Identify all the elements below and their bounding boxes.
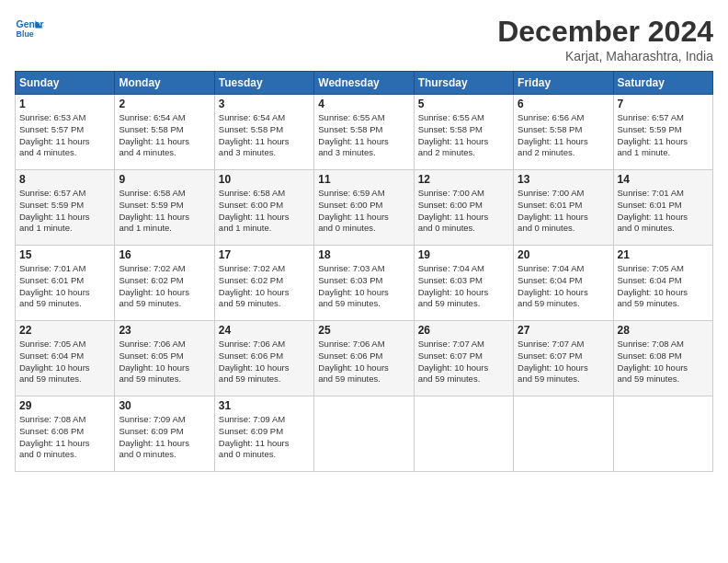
day-number: 13 <box>518 173 609 186</box>
calendar-week-row: 1Sunrise: 6:53 AM Sunset: 5:57 PM Daylig… <box>16 95 713 170</box>
day-info: Sunrise: 6:54 AM Sunset: 5:58 PM Dayligh… <box>119 112 210 159</box>
day-info: Sunrise: 7:03 AM Sunset: 6:03 PM Dayligh… <box>318 263 409 310</box>
day-info: Sunrise: 7:02 AM Sunset: 6:02 PM Dayligh… <box>119 263 210 310</box>
day-info: Sunrise: 7:08 AM Sunset: 6:08 PM Dayligh… <box>618 339 709 385</box>
day-info: Sunrise: 7:00 AM Sunset: 6:00 PM Dayligh… <box>418 188 509 235</box>
calendar-cell: 29Sunrise: 7:08 AM Sunset: 6:08 PM Dayli… <box>16 396 115 472</box>
day-info: Sunrise: 6:58 AM Sunset: 5:59 PM Dayligh… <box>119 188 210 235</box>
month-title: December 2024 <box>497 15 713 49</box>
svg-text:Blue: Blue <box>17 29 34 39</box>
title-block: December 2024 Karjat, Maharashtra, India <box>497 15 713 63</box>
day-info: Sunrise: 7:01 AM Sunset: 6:01 PM Dayligh… <box>19 263 110 310</box>
day-number: 22 <box>19 324 110 337</box>
day-info: Sunrise: 6:55 AM Sunset: 5:58 PM Dayligh… <box>318 112 409 159</box>
day-number: 10 <box>219 173 310 186</box>
day-number: 7 <box>618 98 709 110</box>
calendar-cell: 5Sunrise: 6:55 AM Sunset: 5:58 PM Daylig… <box>414 95 513 170</box>
calendar-cell: 1Sunrise: 6:53 AM Sunset: 5:57 PM Daylig… <box>16 95 115 170</box>
header: General Blue December 2024 Karjat, Mahar… <box>15 15 713 63</box>
calendar-cell <box>314 396 414 472</box>
day-info: Sunrise: 6:57 AM Sunset: 5:59 PM Dayligh… <box>618 112 709 159</box>
calendar-day-header: Sunday <box>16 72 115 95</box>
day-number: 16 <box>119 248 210 261</box>
calendar-cell: 10Sunrise: 6:58 AM Sunset: 6:00 PM Dayli… <box>214 170 313 246</box>
calendar-cell: 26Sunrise: 7:07 AM Sunset: 6:07 PM Dayli… <box>414 321 513 396</box>
calendar-day-header: Friday <box>514 72 613 95</box>
day-info: Sunrise: 7:06 AM Sunset: 6:05 PM Dayligh… <box>119 339 210 385</box>
day-number: 2 <box>119 98 210 110</box>
day-info: Sunrise: 7:02 AM Sunset: 6:02 PM Dayligh… <box>219 263 310 310</box>
calendar-week-row: 29Sunrise: 7:08 AM Sunset: 6:08 PM Dayli… <box>16 396 713 472</box>
day-number: 24 <box>219 324 310 337</box>
day-info: Sunrise: 6:56 AM Sunset: 5:58 PM Dayligh… <box>518 112 609 159</box>
day-number: 8 <box>19 173 110 186</box>
calendar-cell: 16Sunrise: 7:02 AM Sunset: 6:02 PM Dayli… <box>115 246 214 321</box>
day-number: 6 <box>518 98 609 110</box>
calendar-week-row: 8Sunrise: 6:57 AM Sunset: 5:59 PM Daylig… <box>16 170 713 246</box>
day-number: 3 <box>219 98 310 110</box>
calendar-header-row: SundayMondayTuesdayWednesdayThursdayFrid… <box>16 72 713 95</box>
day-number: 31 <box>219 399 310 412</box>
day-number: 20 <box>518 248 609 261</box>
calendar-cell: 8Sunrise: 6:57 AM Sunset: 5:59 PM Daylig… <box>16 170 115 246</box>
day-number: 25 <box>318 324 409 337</box>
day-info: Sunrise: 6:59 AM Sunset: 6:00 PM Dayligh… <box>318 188 409 235</box>
calendar-table: SundayMondayTuesdayWednesdayThursdayFrid… <box>15 71 713 472</box>
calendar-cell: 27Sunrise: 7:07 AM Sunset: 6:07 PM Dayli… <box>514 321 613 396</box>
calendar-cell: 17Sunrise: 7:02 AM Sunset: 6:02 PM Dayli… <box>214 246 313 321</box>
day-number: 27 <box>518 324 609 337</box>
calendar-cell: 6Sunrise: 6:56 AM Sunset: 5:58 PM Daylig… <box>514 95 613 170</box>
calendar-cell: 4Sunrise: 6:55 AM Sunset: 5:58 PM Daylig… <box>314 95 414 170</box>
day-info: Sunrise: 7:09 AM Sunset: 6:09 PM Dayligh… <box>119 414 210 461</box>
day-number: 9 <box>119 173 210 186</box>
day-number: 15 <box>19 248 110 261</box>
calendar-day-header: Saturday <box>613 72 712 95</box>
logo-icon: General Blue <box>15 15 44 44</box>
day-number: 23 <box>119 324 210 337</box>
calendar-day-header: Monday <box>115 72 214 95</box>
day-info: Sunrise: 7:05 AM Sunset: 6:04 PM Dayligh… <box>19 339 110 385</box>
calendar-cell: 22Sunrise: 7:05 AM Sunset: 6:04 PM Dayli… <box>16 321 115 396</box>
day-info: Sunrise: 6:58 AM Sunset: 6:00 PM Dayligh… <box>219 188 310 235</box>
day-info: Sunrise: 7:06 AM Sunset: 6:06 PM Dayligh… <box>318 339 409 385</box>
day-info: Sunrise: 7:04 AM Sunset: 6:04 PM Dayligh… <box>518 263 609 310</box>
day-info: Sunrise: 6:55 AM Sunset: 5:58 PM Dayligh… <box>418 112 509 159</box>
calendar-cell: 7Sunrise: 6:57 AM Sunset: 5:59 PM Daylig… <box>613 95 712 170</box>
day-info: Sunrise: 7:09 AM Sunset: 6:09 PM Dayligh… <box>219 414 310 461</box>
day-number: 19 <box>418 248 509 261</box>
day-info: Sunrise: 6:57 AM Sunset: 5:59 PM Dayligh… <box>19 188 110 235</box>
day-number: 28 <box>618 324 709 337</box>
calendar-cell: 3Sunrise: 6:54 AM Sunset: 5:58 PM Daylig… <box>214 95 313 170</box>
calendar-cell: 21Sunrise: 7:05 AM Sunset: 6:04 PM Dayli… <box>613 246 712 321</box>
calendar-day-header: Thursday <box>414 72 513 95</box>
day-info: Sunrise: 7:06 AM Sunset: 6:06 PM Dayligh… <box>219 339 310 385</box>
day-info: Sunrise: 7:04 AM Sunset: 6:03 PM Dayligh… <box>418 263 509 310</box>
calendar-cell: 28Sunrise: 7:08 AM Sunset: 6:08 PM Dayli… <box>613 321 712 396</box>
calendar-cell <box>514 396 613 472</box>
calendar-week-row: 15Sunrise: 7:01 AM Sunset: 6:01 PM Dayli… <box>16 246 713 321</box>
logo: General Blue <box>15 15 44 44</box>
calendar-day-header: Wednesday <box>314 72 414 95</box>
calendar-cell <box>613 396 712 472</box>
day-info: Sunrise: 7:08 AM Sunset: 6:08 PM Dayligh… <box>19 414 110 461</box>
day-number: 18 <box>318 248 409 261</box>
calendar-cell: 11Sunrise: 6:59 AM Sunset: 6:00 PM Dayli… <box>314 170 414 246</box>
calendar-day-header: Tuesday <box>214 72 313 95</box>
day-number: 26 <box>418 324 509 337</box>
day-info: Sunrise: 7:01 AM Sunset: 6:01 PM Dayligh… <box>618 188 709 235</box>
day-number: 1 <box>19 98 110 110</box>
day-number: 17 <box>219 248 310 261</box>
day-number: 12 <box>418 173 509 186</box>
day-info: Sunrise: 7:00 AM Sunset: 6:01 PM Dayligh… <box>518 188 609 235</box>
calendar-cell: 12Sunrise: 7:00 AM Sunset: 6:00 PM Dayli… <box>414 170 513 246</box>
day-number: 30 <box>119 399 210 412</box>
calendar-cell: 24Sunrise: 7:06 AM Sunset: 6:06 PM Dayli… <box>214 321 313 396</box>
calendar-cell: 13Sunrise: 7:00 AM Sunset: 6:01 PM Dayli… <box>514 170 613 246</box>
calendar-cell: 18Sunrise: 7:03 AM Sunset: 6:03 PM Dayli… <box>314 246 414 321</box>
location: Karjat, Maharashtra, India <box>497 49 713 63</box>
day-info: Sunrise: 7:07 AM Sunset: 6:07 PM Dayligh… <box>518 339 609 385</box>
day-info: Sunrise: 7:05 AM Sunset: 6:04 PM Dayligh… <box>618 263 709 310</box>
day-number: 21 <box>618 248 709 261</box>
day-info: Sunrise: 6:53 AM Sunset: 5:57 PM Dayligh… <box>19 112 110 159</box>
day-number: 14 <box>618 173 709 186</box>
